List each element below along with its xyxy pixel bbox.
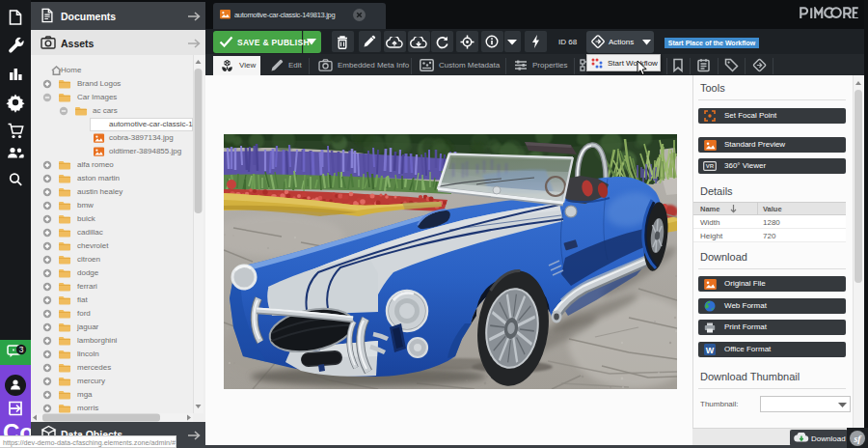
svg-text:VR: VR bbox=[706, 163, 715, 169]
svg-text:3: 3 bbox=[19, 345, 24, 354]
svg-text:W: W bbox=[706, 345, 715, 354]
